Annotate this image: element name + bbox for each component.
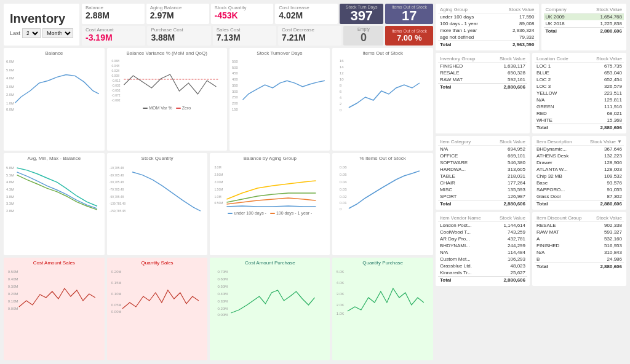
svg-text:6.0M: 6.0M bbox=[6, 60, 14, 63]
inv-group-col1: Inventory Group bbox=[438, 55, 488, 63]
location-table: Location Code Stock Value LOC 1675,735BL… bbox=[532, 53, 626, 133]
kpi-empty-label: Empty bbox=[349, 27, 377, 31]
kpi-cost-decrease: Cost Decrease 7.21M bbox=[278, 26, 341, 46]
svg-text:3.8M: 3.8M bbox=[6, 194, 14, 198]
svg-text:2: 2 bbox=[340, 102, 342, 106]
balance-aging-chart: Balance by Aging Group 3.0M 2.50M 2.00M … bbox=[210, 153, 330, 256]
svg-text:12: 12 bbox=[340, 71, 344, 75]
svg-text:0.03: 0.03 bbox=[340, 188, 347, 191]
legend-under100: under 100 days - bbox=[228, 211, 266, 215]
kpi-balance-label: Balance bbox=[86, 5, 141, 10]
svg-text:0.20M: 0.20M bbox=[111, 270, 122, 274]
table-row: MISC bbox=[438, 186, 486, 193]
filter-select-unit[interactable]: Months bbox=[42, 28, 73, 38]
filter-row: Last 24 Months bbox=[10, 28, 73, 38]
kpi-stock-qty: Stock Quantity -453K bbox=[211, 4, 274, 24]
kpi-itemsout2-label: Items Out of Stock bbox=[391, 29, 427, 33]
page-title: Inventory bbox=[10, 12, 73, 26]
svg-text:2.50M: 2.50M bbox=[215, 173, 223, 176]
stock-turnover-title: Stock Turnover Days bbox=[232, 50, 328, 56]
svg-text:0.00M: 0.00M bbox=[111, 310, 122, 314]
item-desc-col2: Stock Value ▼ bbox=[581, 138, 624, 146]
table-row: under 100 days bbox=[438, 14, 495, 21]
svg-text:150: 150 bbox=[232, 108, 238, 111]
items-out-chart: Items Out of Stock 16 14 12 10 8 6 4 2 0 bbox=[332, 48, 433, 151]
svg-text:0.05M: 0.05M bbox=[111, 303, 122, 307]
svg-text:1.0M: 1.0M bbox=[215, 195, 221, 199]
quantity-sales-title: Quantity Sales bbox=[110, 260, 205, 266]
svg-text:5.0K: 5.0K bbox=[337, 270, 344, 274]
svg-text:3.0M: 3.0M bbox=[6, 85, 14, 89]
table-row: AR Day Pro... bbox=[438, 235, 492, 242]
svg-text:6: 6 bbox=[340, 90, 342, 93]
svg-text:0.00M: 0.00M bbox=[8, 307, 18, 311]
balance-chart-title: Balance bbox=[6, 50, 102, 56]
balance-chart: Balance 6.0M 5.0M 4.0M 3.0M 2.0M 1.0M 0.… bbox=[4, 48, 105, 151]
item-cat-col2: Stock Value bbox=[486, 138, 527, 146]
kpi-sales-cost: Sales Cost 7.13M bbox=[213, 26, 276, 46]
quantity-sales-chart: Quantity Sales 0.20M 0.15M 0.10M 0.05M 0… bbox=[107, 258, 208, 360]
stock-turnover-chart: Stock Turnover Days 550 500 450 400 350 … bbox=[229, 48, 330, 151]
svg-text:4.0M: 4.0M bbox=[6, 76, 14, 80]
svg-text:500: 500 bbox=[232, 66, 238, 69]
svg-text:-39,785.48: -39,785.48 bbox=[110, 173, 124, 176]
svg-text:0.50M: 0.50M bbox=[8, 270, 18, 274]
table-row: Custom Met... bbox=[438, 256, 492, 263]
svg-text:3.0M: 3.0M bbox=[215, 165, 221, 169]
svg-text:4: 4 bbox=[340, 96, 342, 100]
table-row: GREEN bbox=[535, 103, 583, 110]
svg-text:5.0M: 5.0M bbox=[6, 68, 14, 72]
table-row: OFFICE bbox=[438, 152, 486, 159]
svg-text:0.50M: 0.50M bbox=[215, 201, 223, 205]
quantity-purchase-chart: Quantity Purchase 5.0K 4.0K 3.0K 2.0K 1.… bbox=[332, 258, 433, 360]
svg-text:0: 0 bbox=[340, 207, 342, 211]
svg-text:4.3M: 4.3M bbox=[6, 188, 14, 191]
table-row: Total bbox=[438, 277, 492, 284]
svg-text:-0.052: -0.052 bbox=[111, 89, 120, 92]
stock-qty-chart: Stock Quantity -19,785.48 -39,785.48 -59… bbox=[107, 153, 208, 256]
svg-text:1.0K: 1.0K bbox=[337, 312, 344, 315]
svg-text:-0.072: -0.072 bbox=[111, 93, 120, 97]
svg-text:-139,785.48: -139,785.48 bbox=[110, 202, 126, 205]
inv-group-col2: Stock Value bbox=[488, 55, 527, 63]
location-col1: Location Code bbox=[535, 55, 583, 63]
company-col1: Company bbox=[544, 6, 580, 14]
table-row: Total bbox=[535, 263, 590, 271]
items-out-chart-title: Items Out of Stock bbox=[335, 50, 431, 56]
item-category-table: Item Category Stock Value N/A694,952OFFI… bbox=[436, 136, 530, 210]
kpi-items-out2: Items Out of Stock 7.00 % bbox=[385, 26, 433, 46]
svg-text:0.15M: 0.15M bbox=[111, 281, 122, 285]
kpi-salescost-val: 7.13M bbox=[217, 33, 273, 42]
svg-text:0.02: 0.02 bbox=[340, 195, 347, 199]
table-row: ATLANTA W... bbox=[535, 166, 581, 173]
svg-text:-79,785.48: -79,785.48 bbox=[110, 188, 124, 191]
kpi-aging-val: 2.97M bbox=[150, 10, 205, 20]
svg-text:0.10M: 0.10M bbox=[8, 299, 18, 303]
table-row: B bbox=[535, 256, 590, 263]
svg-text:0.04: 0.04 bbox=[340, 180, 347, 184]
svg-text:0.40M: 0.40M bbox=[218, 292, 228, 296]
kpi-cost-amount: Cost Amount -3.19M bbox=[82, 26, 145, 46]
item-vendor-table: Item Vendor Name Stock Value London Post… bbox=[436, 212, 530, 286]
svg-text:2.8M: 2.8M bbox=[6, 209, 14, 213]
svg-text:0.70M: 0.70M bbox=[218, 270, 228, 274]
table-row: TABLE bbox=[438, 173, 486, 180]
svg-text:400: 400 bbox=[232, 77, 238, 81]
table-row: LOC 1 bbox=[535, 63, 583, 70]
item-discount-table: Item Discount Group Stock Value RESALE90… bbox=[532, 212, 626, 286]
svg-text:0.20M: 0.20M bbox=[218, 307, 228, 311]
aging-group-table: Aging Group Stock Value under 100 days17… bbox=[436, 4, 539, 50]
svg-text:0.20M: 0.20M bbox=[8, 292, 18, 296]
kpi-itemsout2-val: 7.00 % bbox=[391, 33, 427, 42]
filter-select-period[interactable]: 24 bbox=[22, 28, 41, 38]
svg-text:2.0K: 2.0K bbox=[337, 303, 344, 307]
svg-text:300: 300 bbox=[232, 90, 238, 93]
table-row: SOFTWARE bbox=[438, 159, 486, 166]
table-row: N/A bbox=[535, 97, 583, 103]
cost-amount-purchase-chart: Cost Amount Purchase 0.70M 0.60M 0.50M 0… bbox=[210, 258, 330, 360]
svg-text:14: 14 bbox=[340, 65, 344, 69]
table-row: RAW MAT bbox=[535, 229, 590, 235]
company-col2: Stock Value bbox=[580, 6, 624, 14]
kpi-costdec-val: 7.21M bbox=[282, 33, 338, 42]
kpi-aging-balance: Aging Balance 2.97M bbox=[146, 4, 209, 24]
